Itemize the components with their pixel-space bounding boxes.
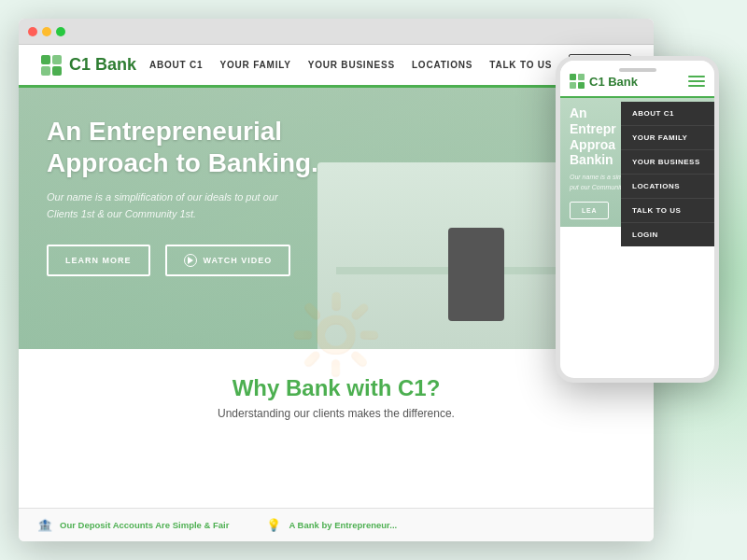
logo-sq-topright: [52, 55, 62, 64]
bottom-item-2: 💡 A Bank by Entrepreneur...: [266, 518, 397, 532]
why-subtitle: Understanding our clients makes the diff…: [47, 407, 626, 420]
logo-sq-bottomright: [52, 66, 62, 76]
hamburger-line-2: [688, 80, 705, 82]
mobile-nav-your-business[interactable]: YOUR BUSINESS: [621, 150, 714, 175]
nav-your-family[interactable]: YOUR FAMILY: [219, 60, 290, 70]
browser-chrome: [19, 19, 654, 45]
close-dot[interactable]: [28, 27, 37, 36]
mobile-learn-button[interactable]: LEA: [570, 202, 609, 219]
play-triangle-icon: [188, 257, 193, 264]
hamburger-menu-icon[interactable]: [688, 76, 705, 87]
logo-text: C1 Bank: [69, 55, 136, 75]
phone-screen: C1 Bank AnEntreprApproaBankin Our name i…: [560, 61, 714, 378]
play-circle-icon: [184, 254, 197, 267]
logo-icon: [41, 55, 62, 76]
mobile-phone: C1 Bank AnEntreprApproaBankin Our name i…: [556, 56, 719, 383]
logo-sq-topleft: [41, 55, 50, 64]
why-title: Why Bank with C1?: [47, 375, 626, 401]
hamburger-line-1: [688, 76, 705, 77]
deposit-icon: 🏦: [37, 518, 52, 532]
hero-buttons: LEARN MORE WATCH VIDEO: [47, 245, 626, 276]
nav-about[interactable]: ABOUT C1: [149, 60, 204, 70]
mobile-sq-br: [578, 82, 585, 89]
site-logo[interactable]: C1 Bank: [41, 55, 136, 76]
mobile-logo-icon: [570, 74, 585, 89]
nav-your-business[interactable]: YOUR BUSINESS: [308, 60, 395, 70]
hero-subtitle: Our name is a simplification of our idea…: [47, 189, 289, 222]
logo-sq-bottomleft: [41, 66, 50, 76]
learn-more-button[interactable]: LEARN MORE: [47, 245, 150, 276]
mobile-nav-login[interactable]: LOGIN: [621, 223, 714, 246]
mobile-logo[interactable]: C1 Bank: [570, 74, 638, 89]
mobile-logo-text: C1 Bank: [589, 75, 638, 89]
bottom-item-1: 🏦 Our Deposit Accounts Are Simple & Fair: [37, 518, 229, 532]
nav-talk-to-us[interactable]: TALK TO US: [489, 60, 552, 70]
mobile-sq-tr: [578, 74, 585, 80]
bottom-item-1-text: Our Deposit Accounts Are Simple & Fair: [60, 520, 229, 530]
mobile-sq-bl: [570, 82, 576, 89]
expand-dot[interactable]: [56, 27, 65, 36]
mobile-nav-locations[interactable]: LOCATIONS: [621, 175, 714, 199]
hero-title: An Entrepreneurial Approach to Banking.: [47, 116, 364, 178]
mobile-nav-talk-to-us[interactable]: TALK TO US: [621, 199, 714, 223]
mobile-nav-your-family[interactable]: YOUR FAMILY: [621, 126, 714, 150]
phone-speaker: [619, 68, 656, 72]
watch-video-label: WATCH VIDEO: [204, 256, 273, 265]
entrepreneur-icon: 💡: [266, 518, 281, 532]
bottom-item-2-text: A Bank by Entrepreneur...: [289, 520, 397, 530]
hamburger-line-3: [688, 85, 705, 87]
mobile-sq-tl: [570, 74, 576, 80]
nav-locations[interactable]: LOCATIONS: [412, 60, 472, 70]
mobile-nav-dropdown: ABOUT C1 YOUR FAMILY YOUR BUSINESS LOCAT…: [621, 102, 714, 246]
minimize-dot[interactable]: [42, 27, 51, 36]
watch-video-button[interactable]: WATCH VIDEO: [165, 245, 291, 276]
bottom-bar: 🏦 Our Deposit Accounts Are Simple & Fair…: [19, 508, 654, 541]
mobile-nav-about[interactable]: ABOUT C1: [621, 102, 714, 126]
mobile-header: C1 Bank: [560, 61, 714, 98]
